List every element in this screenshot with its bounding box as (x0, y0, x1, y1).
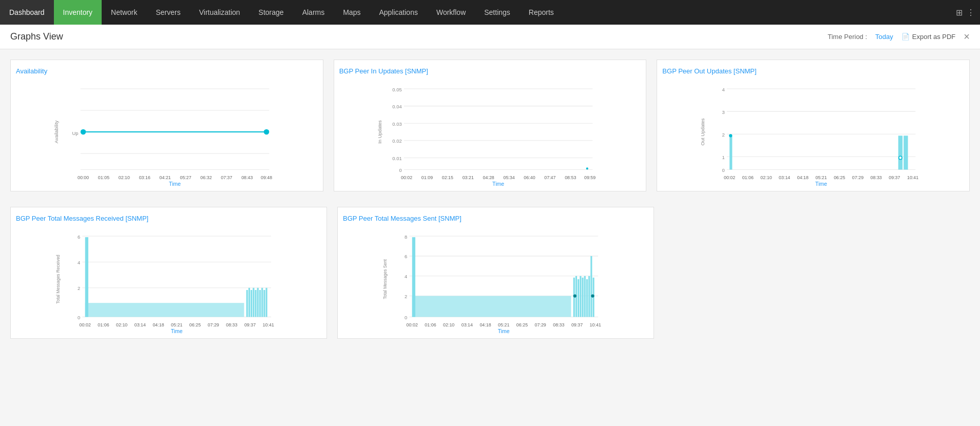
availability-y-label: Availability (53, 121, 59, 144)
bgp-out-bar-2 (898, 135, 902, 169)
chart-availability-title: Availability (16, 67, 318, 75)
bgp-sent-y-0: 0 (405, 315, 407, 320)
bgp-in-x-1: 01:09 (421, 175, 433, 180)
chart-bgp-in-svg: In Updates 0.05 0.04 0.03 0.02 0.01 0 (339, 78, 641, 186)
bgp-recv-x-0: 00:02 (80, 322, 91, 327)
bgp-out-x-5: 05:21 (816, 175, 827, 180)
bgp-out-x-10: 10:41 (907, 175, 918, 180)
bgp-recv-bar-e7 (259, 290, 261, 317)
export-label: Export as PDF (912, 33, 956, 41)
bgp-sent-x-9: 09:37 (571, 322, 583, 327)
availability-y-tick: Up (72, 130, 79, 136)
bgp-recv-y-0: 0 (78, 315, 80, 320)
bgp-recv-base-area (85, 303, 244, 317)
chart-availability-svg: Availability Up 00:00 01:05 (16, 78, 318, 186)
bgp-in-y-0.05: 0.05 (392, 87, 401, 92)
availability-x-title: Time (169, 181, 181, 187)
graphs-row-1: Availability Availability Up (10, 60, 970, 191)
chart-bgp-sent-title: BGP Peer Total Messages Sent [SNMP] (343, 215, 648, 222)
bgp-out-x-title: Time (815, 181, 827, 187)
nav-network[interactable]: Network (102, 0, 146, 25)
bgp-sent-x-6: 06:25 (516, 322, 528, 327)
bgp-in-x-0: 00:02 (401, 175, 412, 180)
bgp-out-y-2: 2 (722, 132, 725, 138)
navigation: Dashboard Inventory Network Servers Virt… (0, 0, 980, 25)
nav-alarms[interactable]: Alarms (293, 0, 334, 25)
bgp-in-x-5: 05:34 (503, 175, 514, 180)
bgp-sent-bar-e7 (586, 279, 588, 317)
bgp-recv-x-7: 07:29 (208, 322, 219, 327)
bgp-recv-bar-e3 (251, 290, 252, 317)
bgp-sent-x-4: 04:18 (479, 322, 491, 327)
nav-virtualization[interactable]: Virtualization (190, 0, 249, 25)
bgp-recv-x-9: 09:37 (244, 322, 256, 327)
nav-maps[interactable]: Maps (334, 0, 370, 25)
bgp-recv-x-1: 01:06 (98, 322, 109, 327)
bgp-sent-y-8: 8 (405, 234, 407, 240)
bgp-sent-bar-e4 (580, 276, 581, 317)
bgp-recv-x-8: 08:33 (226, 322, 237, 327)
resize-icon[interactable]: ⊞ (956, 8, 963, 17)
bgp-out-bar-3 (904, 135, 908, 169)
chart-bgp-in-wrap: In Updates 0.05 0.04 0.03 0.02 0.01 0 (339, 78, 641, 186)
time-period-value[interactable]: Today (875, 33, 893, 41)
more-icon[interactable]: ⋮ (967, 8, 975, 17)
x-tick-9: 09:48 (261, 175, 272, 180)
bgp-recv-spike (85, 237, 88, 317)
bgp-sent-x-3: 03:14 (462, 322, 473, 327)
bgp-recv-y-6: 6 (78, 234, 80, 240)
bgp-in-dot (586, 167, 588, 169)
bgp-sent-x-1: 01:06 (425, 322, 436, 327)
bgp-sent-x-2: 02:10 (443, 322, 454, 327)
bgp-out-dot-2 (899, 156, 902, 159)
bgp-out-dot-1 (729, 134, 732, 137)
chart-bgp-received-wrap: Total Messages Received 6 4 2 0 (16, 225, 321, 333)
chart-availability: Availability Availability Up (10, 60, 323, 191)
nav-servers[interactable]: Servers (146, 0, 189, 25)
chart-bgp-sent-wrap: Total Messages Sent 8 6 4 2 0 (343, 225, 648, 333)
chart-bgp-sent: BGP Peer Total Messages Sent [SNMP] Tota… (337, 207, 654, 339)
nav-dashboard[interactable]: Dashboard (0, 0, 54, 25)
availability-dot-start (81, 129, 86, 135)
bgp-recv-x-3: 03:14 (134, 322, 146, 327)
nav-storage[interactable]: Storage (249, 0, 293, 25)
bgp-out-x-0: 00:02 (724, 175, 735, 180)
chart-availability-wrap: Availability Up 00:00 01:05 (16, 78, 318, 186)
graphs-area: Availability Availability Up (0, 49, 980, 364)
bgp-out-x-4: 04:18 (797, 175, 809, 180)
chart-bgp-in: BGP Peer In Updates [SNMP] In Updates 0.… (334, 60, 647, 191)
bgp-recv-x-10: 10:41 (263, 322, 274, 327)
page-title: Graphs View (10, 31, 63, 42)
bgp-sent-x-title: Time (498, 328, 510, 334)
bgp-in-x-6: 06:40 (524, 175, 535, 180)
close-button[interactable]: × (964, 31, 970, 43)
bgp-in-x-4: 04:28 (483, 175, 494, 180)
bgp-recv-bar-e6 (257, 288, 259, 317)
nav-settings[interactable]: Settings (475, 0, 520, 25)
bgp-in-x-8: 08:53 (565, 175, 576, 180)
bgp-sent-y-4: 4 (405, 274, 407, 279)
x-tick-6: 06:32 (200, 175, 212, 180)
bgp-in-y-0.01: 0.01 (392, 156, 401, 161)
export-pdf-button[interactable]: 📄 Export as PDF (901, 33, 956, 41)
chart-bgp-out-svg: Out Updates 4 3 2 1 0 (662, 78, 964, 186)
bgp-sent-x-5: 05:21 (498, 322, 509, 327)
bgp-sent-bar-e3 (578, 279, 579, 317)
nav-reports[interactable]: Reports (520, 0, 563, 25)
header-right: Time Period : Today 📄 Export as PDF × (828, 31, 970, 43)
bgp-in-x-3: 03:21 (462, 175, 473, 180)
bgp-out-bar-1 (729, 135, 732, 169)
x-tick-0: 00:00 (78, 175, 89, 180)
bgp-in-y-0: 0 (399, 167, 401, 173)
bgp-sent-bar-e8 (588, 276, 590, 317)
nav-applications[interactable]: Applications (370, 0, 427, 25)
nav-workflow[interactable]: Workflow (427, 0, 475, 25)
bgp-recv-bar-e2 (248, 288, 250, 317)
availability-dot-end (264, 129, 270, 135)
bgp-recv-bar-e10 (266, 288, 267, 317)
nav-inventory[interactable]: Inventory (54, 0, 102, 25)
time-period-label: Time Period : (828, 33, 867, 41)
bgp-out-x-9: 09:37 (889, 175, 900, 180)
x-tick-1: 01:05 (98, 175, 109, 180)
bgp-in-x-9: 09:59 (584, 175, 595, 180)
